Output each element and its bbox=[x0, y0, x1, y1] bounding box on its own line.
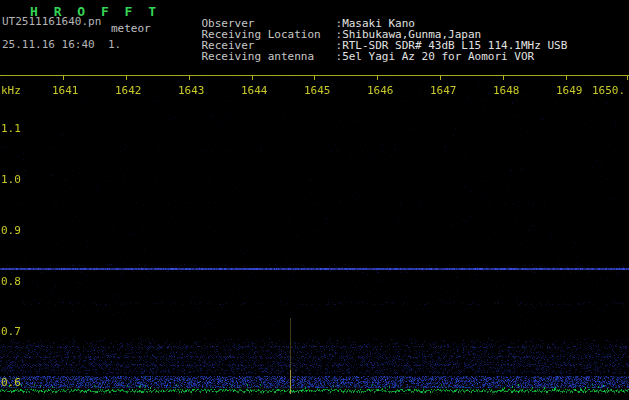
x-tick-label: 1648 bbox=[493, 84, 520, 97]
y-tick-label: 0.6 bbox=[1, 376, 21, 389]
x-tick-label: 1645 bbox=[304, 84, 331, 97]
y-tick-label: 1.0 bbox=[1, 173, 21, 186]
y-tick-label: 0.9 bbox=[1, 224, 21, 237]
x-tick-label: 1644 bbox=[241, 84, 268, 97]
y-tick-label: 1.1 bbox=[1, 122, 21, 135]
info-row-antenna: Receiving antenna:5el Yagi Az 20 for Aom… bbox=[175, 37, 534, 76]
x-tick-label: 1650. bbox=[592, 84, 625, 97]
output-filename: UT2511161640.pn bbox=[2, 15, 101, 28]
x-tick-label: 1649 bbox=[556, 84, 583, 97]
info-label: Receiving antenna bbox=[202, 50, 336, 63]
station-overlay-label: meteor bbox=[111, 22, 151, 35]
spectrogram-canvas bbox=[0, 76, 629, 400]
y-tick-label: 0.8 bbox=[1, 275, 21, 288]
x-tick-label: 1642 bbox=[115, 84, 142, 97]
x-tick-label: 1646 bbox=[367, 84, 394, 97]
x-tick-label: 1641 bbox=[52, 84, 79, 97]
y-axis-unit-label: kHz bbox=[1, 84, 21, 97]
x-tick-label: 1643 bbox=[178, 84, 205, 97]
date-time-line: 25.11.16 16:40 1. bbox=[2, 38, 121, 51]
hrofft-screen: H R O F F T UT2511161640.pn meteor 25.11… bbox=[0, 0, 629, 400]
x-tick-label: 1647 bbox=[430, 84, 457, 97]
info-value: 5el Yagi Az 20 for Aomori VOR bbox=[342, 50, 534, 63]
y-tick-label: 0.7 bbox=[1, 325, 21, 338]
